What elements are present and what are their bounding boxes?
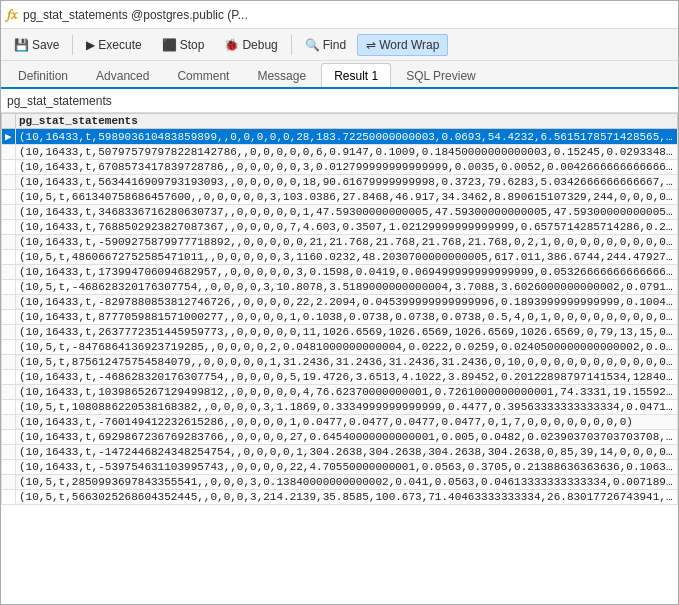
row-indicator (2, 160, 16, 175)
table-row[interactable]: (10,16433,t,670857341783972878​6,,0,0,0,… (2, 160, 678, 175)
row-indicator: ▶ (2, 129, 16, 145)
table-row[interactable]: (10,5,t,486066727525854710​11,,0,0,0,0,0… (2, 250, 678, 265)
table-row[interactable]: (10,16433,t,173994706094​682957,,0,0,0,0… (2, 265, 678, 280)
row-data: (10,16433,t,-760149412232615286,,0,0,0,0… (16, 415, 678, 430)
tab-definition[interactable]: Definition (5, 63, 81, 87)
table-row[interactable]: (10,16433,t,6929867236769283766,,0,0,0,0… (2, 430, 678, 445)
result-area[interactable]: pg_stat_statements ▶(10,16433,t,59890361… (1, 113, 678, 604)
tab-result1[interactable]: Result 1 (321, 63, 391, 87)
row-indicator (2, 370, 16, 385)
row-data: (10,5,t,108088622​0538168382,,0,0,0,0,3,… (16, 400, 678, 415)
table-row[interactable]: (10,16433,t,507975797978228142786,,0,0,0… (2, 145, 678, 160)
debug-label: Debug (242, 38, 277, 52)
main-window: 𝑓𝑥 pg_stat_statements @postgres.public (… (0, 0, 679, 605)
execute-icon: ▶ (86, 38, 95, 52)
row-data: (10,5,t,-847686413692​37192​85,,0,0,0,0,… (16, 340, 678, 355)
row-indicator (2, 460, 16, 475)
table-row[interactable]: (10,16433,t,-590927587997771​​​8892,,0,0… (2, 235, 678, 250)
find-button[interactable]: 🔍 Find (296, 34, 355, 56)
save-icon: 💾 (14, 38, 29, 52)
table-row[interactable]: (10,5,t,-468628320176307754,,0,0,0,0,3,1… (2, 280, 678, 295)
row-data: (10,5,t,-468628320176307754,,0,0,0,0,3,1… (16, 280, 678, 295)
tab-advanced[interactable]: Advanced (83, 63, 162, 87)
row-data: (10,16433,t,5634416909793193093,,0,0,0,0… (16, 175, 678, 190)
row-data: (10,5,t,5663025268604352445,,0,0,0,3,214… (16, 490, 678, 505)
col-data: pg_stat_statements (16, 114, 678, 129)
scroll-area[interactable]: pg_stat_statements ▶(10,16433,t,59890361… (1, 113, 678, 604)
row-data: (10,16433,t,-468628320176307754,,0,0,0,0… (16, 370, 678, 385)
title-bar-text: pg_stat_statements @postgres.public (P..… (23, 8, 248, 22)
row-indicator (2, 490, 16, 505)
row-indicator (2, 475, 16, 490)
execute-button[interactable]: ▶ Execute (77, 34, 150, 56)
row-indicator (2, 325, 16, 340)
row-indicator (2, 295, 16, 310)
find-icon: 🔍 (305, 38, 320, 52)
table-header-row: pg_stat_statements (2, 114, 678, 129)
row-data: (10,16433,t,173994706094​682957,,0,0,0,0… (16, 265, 678, 280)
toolbar-separator-2 (291, 35, 292, 55)
row-data: (10,5,t,486066727525854710​11,,0,0,0,0,0… (16, 250, 678, 265)
table-row[interactable]: (10,16433,t,1039865267129499812,,0,0,0,0… (2, 385, 678, 400)
row-data: (10,16433,t,3468336716280630737,,0,0,0,0… (16, 205, 678, 220)
table-row[interactable]: (10,16433,t,-760149412232615286,,0,0,0,0… (2, 415, 678, 430)
row-data: (10,16433,t,263777235​14​45959773,,0,0,0… (16, 325, 678, 340)
execute-label: Execute (98, 38, 141, 52)
table-row[interactable]: (10,16433,t,-468628320176307754,,0,0,0,0… (2, 370, 678, 385)
debug-button[interactable]: 🐞 Debug (215, 34, 286, 56)
row-data: (10,16433,t,-829788085381274​6726,,0,0,0… (16, 295, 678, 310)
tab-comment[interactable]: Comment (164, 63, 242, 87)
tab-bar: Definition Advanced Comment Message Resu… (1, 61, 678, 89)
debug-icon: 🐞 (224, 38, 239, 52)
row-indicator (2, 220, 16, 235)
row-data: (10,5,t,66134075868645760​0,,0,0,0,0,0,3… (16, 190, 678, 205)
toolbar-separator-1 (72, 35, 73, 55)
row-indicator (2, 265, 16, 280)
fx-icon: 𝑓𝑥 (7, 6, 17, 23)
row-indicator (2, 340, 16, 355)
col-indicator (2, 114, 16, 129)
row-indicator (2, 190, 16, 205)
table-row[interactable]: (10,5,t,87561247575​4584079,,0,0,0,0,0,1… (2, 355, 678, 370)
table-row[interactable]: (10,16433,t,76885029​23827087367,,0,0,0,… (2, 220, 678, 235)
table-row[interactable]: (10,5,t,5663025268604352445,,0,0,0,3,214… (2, 490, 678, 505)
table-row[interactable]: (10,5,t,-847686413692​37192​85,,0,0,0,0,… (2, 340, 678, 355)
row-data: (10,16433,t,-1472446824348254754,,0,0,0,… (16, 445, 678, 460)
row-indicator (2, 355, 16, 370)
table-row[interactable]: (10,16433,t,3468336716280630737,,0,0,0,0… (2, 205, 678, 220)
row-indicator (2, 415, 16, 430)
tab-sql-preview[interactable]: SQL Preview (393, 63, 489, 87)
row-indicator (2, 235, 16, 250)
row-data: (10,5,t,87561247575​4584079,,0,0,0,0,0,1… (16, 355, 678, 370)
table-row[interactable]: ▶(10,16433,t,598903610483859899,,0,0,0,0… (2, 129, 678, 145)
word-wrap-label: Word Wrap (379, 38, 439, 52)
row-indicator (2, 310, 16, 325)
save-button[interactable]: 💾 Save (5, 34, 68, 56)
row-data: (10,16433,t,8777059881571000277,,0,0,0,0… (16, 310, 678, 325)
row-indicator (2, 445, 16, 460)
row-data: (10,16433,t,670857341783972878​6,,0,0,0,… (16, 160, 678, 175)
stop-button[interactable]: ⬛ Stop (153, 34, 214, 56)
table-row[interactable]: (10,5,t,108088622​0538168382,,0,0,0,0,3,… (2, 400, 678, 415)
save-label: Save (32, 38, 59, 52)
tab-message[interactable]: Message (244, 63, 319, 87)
object-bar: pg_stat_statements (1, 89, 678, 113)
toolbar: 💾 Save ▶ Execute ⬛ Stop 🐞 Debug 🔍 Find ⇌… (1, 29, 678, 61)
table-row[interactable]: (10,16433,t,263777235​14​45959773,,0,0,0… (2, 325, 678, 340)
row-indicator (2, 280, 16, 295)
row-indicator (2, 175, 16, 190)
find-label: Find (323, 38, 346, 52)
table-row[interactable]: (10,5,t,66134075868645760​0,,0,0,0,0,0,3… (2, 190, 678, 205)
row-data: (10,5,t,285099369784335554​1,,0,0,0,3,0.… (16, 475, 678, 490)
table-row[interactable]: (10,16433,t,-829788085381274​6726,,0,0,0… (2, 295, 678, 310)
title-bar: 𝑓𝑥 pg_stat_statements @postgres.public (… (1, 1, 678, 29)
table-row[interactable]: (10,5,t,285099369784335554​1,,0,0,0,3,0.… (2, 475, 678, 490)
table-row[interactable]: (10,16433,t,5634416909793193093,,0,0,0,0… (2, 175, 678, 190)
table-row[interactable]: (10,16433,t,8777059881571000277,,0,0,0,0… (2, 310, 678, 325)
row-indicator (2, 250, 16, 265)
word-wrap-button[interactable]: ⇌ Word Wrap (357, 34, 448, 56)
table-row[interactable]: (10,16433,t,-539754631103995​743,,0,0,0,… (2, 460, 678, 475)
table-row[interactable]: (10,16433,t,-1472446824348254754,,0,0,0,… (2, 445, 678, 460)
word-wrap-icon: ⇌ (366, 38, 376, 52)
object-name: pg_stat_statements (7, 94, 112, 108)
